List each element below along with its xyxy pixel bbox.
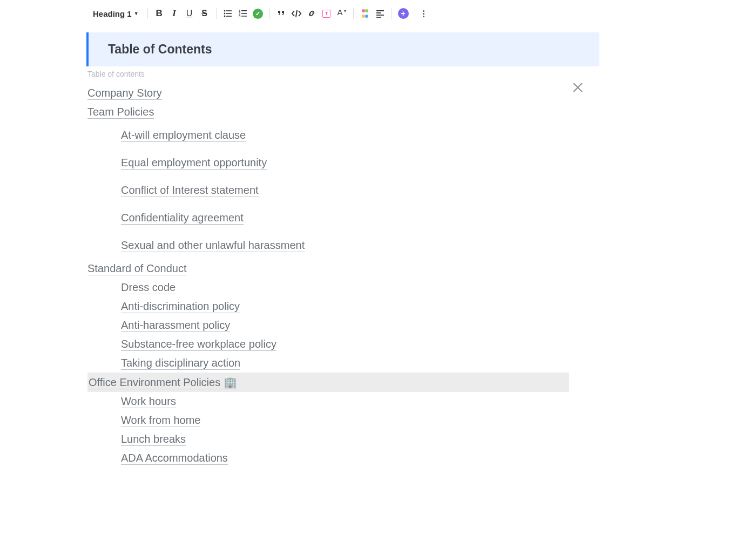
close-icon [571,81,584,94]
chevron-down-icon: ▼ [134,11,139,16]
text-color-letter: A [338,8,343,17]
svg-rect-10 [241,13,247,14]
toc-sublink[interactable]: Anti-discrimination policy [121,297,756,316]
toolbar-separator [392,8,392,19]
toc-link-office-environment[interactable]: Office Environment Policies 🏢 [87,373,569,392]
numbered-list-button[interactable]: 123 [237,8,249,19]
highlight-box-button[interactable]: T [321,8,333,19]
align-button[interactable] [374,8,386,19]
toc-sublink[interactable]: Sexual and other unlawful harassment [121,232,756,259]
bold-button[interactable]: B [153,8,165,19]
heading-style-label: Heading 1 [93,9,132,18]
toolbar-separator [216,8,217,19]
toc-header-block[interactable]: Table of Contents [86,32,599,66]
toc-sublink[interactable]: Taking disciplinary action [121,354,756,373]
svg-rect-14 [376,12,381,13]
toc-sublink[interactable]: Dress code [121,278,756,297]
toolbar-separator [269,8,270,19]
more-options-button[interactable] [421,10,427,18]
underline-button[interactable]: U [184,8,195,19]
color-swatch-button[interactable] [359,8,371,19]
toc-sublink[interactable]: Lunch breaks [121,430,756,449]
check-icon: ✓ [253,9,263,19]
text-color-button[interactable]: A▾ [336,8,348,19]
italic-button[interactable]: I [168,8,180,19]
svg-rect-3 [226,10,232,11]
toc-sublink[interactable]: Conflict of Interest statement [121,177,756,204]
heading-style-select[interactable]: Heading 1 ▼ [86,9,142,18]
toc-sublink[interactable]: At-will employment clause [121,121,756,149]
svg-point-2 [224,16,225,17]
svg-rect-13 [376,10,384,11]
toc-sublist: Dress code Anti-discrimination policy An… [87,278,756,373]
toc-list: Company Story Team Policies At-will empl… [86,84,756,468]
toc-sublink[interactable]: Work from home [121,411,756,430]
svg-rect-9 [241,10,247,11]
toc-title: Table of Contents [108,42,599,57]
svg-rect-4 [226,13,232,14]
svg-point-0 [224,10,225,12]
svg-rect-16 [376,17,381,18]
bulleted-list-button[interactable] [222,8,234,19]
toolbar-separator [147,8,148,19]
toc-link-team-policies[interactable]: Team Policies [87,103,756,121]
svg-point-1 [224,13,225,15]
toc-sublink[interactable]: Anti-harassment policy [121,316,756,335]
strikethrough-button[interactable]: S [199,8,211,19]
color-dots-icon [360,9,370,18]
toc-caption: Table of contents [87,70,756,78]
toc-sublink[interactable]: Equal employment opportunity [121,149,756,177]
chevron-down-icon: ▾ [344,9,346,13]
svg-text:3: 3 [239,15,241,18]
toc-sublist: At-will employment clause Equal employme… [87,121,756,259]
plus-icon: + [398,8,409,19]
toolbar-separator [353,8,354,19]
toc-sublink[interactable]: Confidentiality agreement [121,204,756,232]
highlight-box-icon: T [322,10,330,18]
toc-link-company-story[interactable]: Company Story [87,84,756,103]
toc-sublink[interactable]: Substance-free workplace policy [121,335,756,354]
toc-sublink[interactable]: ADA Accommodations [121,449,756,468]
svg-line-12 [296,10,297,17]
link-button[interactable] [306,8,318,19]
add-block-button[interactable]: + [397,8,409,19]
checklist-button[interactable]: ✓ [252,8,264,19]
code-button[interactable] [291,8,302,19]
toc-sublink[interactable]: Work hours [121,392,756,411]
toolbar-separator [415,8,415,19]
svg-rect-15 [376,15,384,16]
svg-rect-11 [241,16,247,17]
quote-button[interactable] [275,8,287,19]
editor-toolbar: Heading 1 ▼ B I U S 123 ✓ T [86,5,756,22]
toc-sublist: Work hours Work from home Lunch breaks A… [87,392,756,468]
toc-link-standard-of-conduct[interactable]: Standard of Conduct [87,259,756,278]
svg-rect-5 [226,16,232,17]
close-button[interactable] [571,81,584,94]
